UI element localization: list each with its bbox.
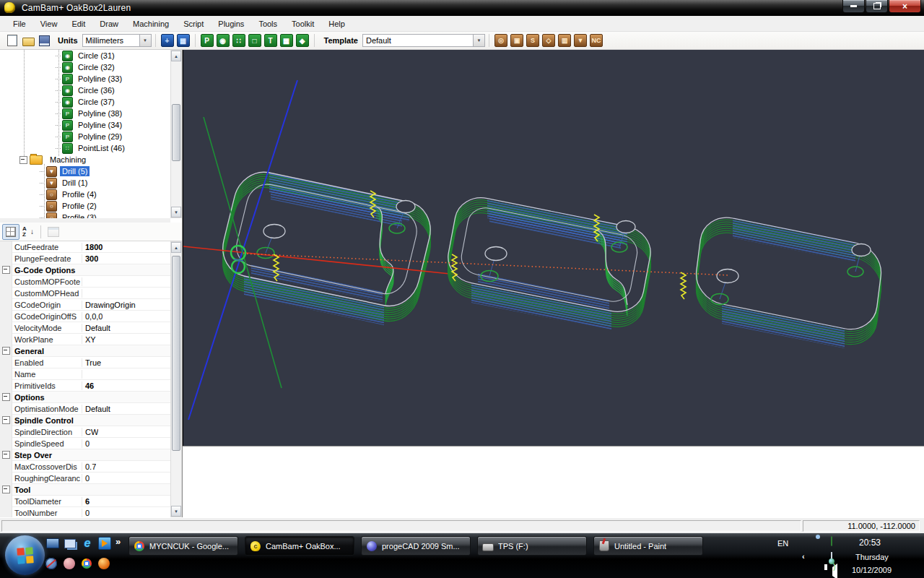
- open-file-icon[interactable]: [22, 34, 35, 47]
- collapse-expander-icon[interactable]: [2, 347, 10, 355]
- property-row[interactable]: SpindleSpeed0: [0, 438, 170, 449]
- alphabetical-sort-button[interactable]: ↓: [19, 224, 37, 240]
- draw-region-icon[interactable]: ◈: [296, 34, 309, 47]
- property-row[interactable]: WorkPlaneXY: [0, 334, 170, 345]
- tree-item-drill-5[interactable]: ▼Drill (5): [0, 165, 170, 177]
- mop-pocket-icon[interactable]: ▣: [510, 34, 523, 47]
- taskbar-button-tps-drive[interactable]: TPS (F:): [477, 536, 587, 556]
- property-category-tool[interactable]: Tool: [0, 484, 170, 496]
- menu-item-file[interactable]: File: [6, 17, 33, 30]
- viewport-3d[interactable]: [183, 50, 924, 446]
- tree-item-circle-32[interactable]: ◉Circle (32): [0, 61, 170, 73]
- property-category-gcode-options[interactable]: G-Code Options: [0, 264, 170, 276]
- clock-utility-icon[interactable]: [63, 557, 76, 570]
- tree-item-drill-1[interactable]: ▼Drill (1): [0, 177, 170, 189]
- menu-item-machining[interactable]: Machining: [126, 17, 176, 30]
- mop-3d-profile-icon[interactable]: ▼: [574, 34, 587, 47]
- property-row[interactable]: PlungeFeedrate300: [0, 253, 170, 264]
- restore-button[interactable]: [866, 0, 888, 13]
- media-player-icon[interactable]: [98, 537, 111, 550]
- close-button[interactable]: ×: [889, 0, 921, 13]
- tree-item-polyline-34[interactable]: PPolyline (34): [0, 119, 170, 131]
- property-category-options[interactable]: Options: [0, 392, 170, 403]
- menu-item-script[interactable]: Script: [176, 17, 211, 30]
- tree-item-polyline-38[interactable]: PPolyline (38): [0, 108, 170, 119]
- save-file-icon[interactable]: [38, 34, 51, 47]
- draw-points-icon[interactable]: ∷: [232, 34, 245, 47]
- draw-text-icon[interactable]: T: [264, 34, 277, 47]
- draw-polyline-icon[interactable]: P: [201, 34, 214, 47]
- tree-scrollbar[interactable]: ▲ ▼: [170, 50, 182, 218]
- new-file-icon[interactable]: [6, 34, 19, 47]
- property-row[interactable]: CustomMOPHead: [0, 288, 170, 299]
- taskbar-button-paint[interactable]: Untitled - Paint: [593, 536, 703, 556]
- start-button[interactable]: [5, 535, 45, 575]
- mop-engrave-icon[interactable]: ◇: [542, 34, 555, 47]
- minimize-button[interactable]: [842, 0, 865, 13]
- tree-scrollbar-thumb[interactable]: [172, 104, 180, 161]
- language-indicator[interactable]: EN: [777, 539, 788, 548]
- property-category-step-over[interactable]: Step Over: [0, 449, 170, 461]
- property-grid-scrollbar[interactable]: ▲ ▼: [170, 241, 182, 517]
- show-desktop-icon[interactable]: [46, 537, 59, 550]
- volume-tray-icon[interactable]: [832, 567, 837, 576]
- property-row[interactable]: Name: [0, 368, 170, 380]
- mop-profile-icon[interactable]: S: [526, 34, 539, 47]
- menu-item-view[interactable]: View: [33, 17, 65, 30]
- draw-rectangle-icon[interactable]: □: [248, 34, 261, 47]
- collapse-expander-icon[interactable]: [2, 451, 10, 459]
- taskbar-button-progecad[interactable]: progeCAD 2009 Sm...: [361, 536, 471, 556]
- clock-time[interactable]: 20:53: [859, 538, 881, 548]
- property-row[interactable]: ToolNumber0: [0, 507, 170, 517]
- tree-item-polyline-29[interactable]: PPolyline (29): [0, 131, 170, 142]
- toggle-axes-icon[interactable]: +: [161, 34, 174, 47]
- tree-item-circle-37[interactable]: ◉Circle (37): [0, 96, 170, 108]
- property-category-spindle-control[interactable]: Spindle Control: [0, 415, 170, 426]
- tree-item-pointlist-46[interactable]: ∷PointList (46): [0, 142, 170, 154]
- property-row[interactable]: CutFeedrate1800: [0, 241, 170, 253]
- combo-arrow-icon[interactable]: ▼: [139, 35, 151, 46]
- menu-item-tools[interactable]: Tools: [251, 17, 284, 30]
- property-row[interactable]: EnabledTrue: [0, 357, 170, 368]
- menu-item-toolkit[interactable]: Toolkit: [284, 17, 321, 30]
- firefox-icon[interactable]: [97, 557, 110, 570]
- menu-item-edit[interactable]: Edit: [64, 17, 92, 30]
- collapse-expander-icon[interactable]: [2, 416, 10, 424]
- tree-item-profile-4[interactable]: ○Profile (4): [0, 189, 170, 200]
- draw-surface-icon[interactable]: ▦: [280, 34, 293, 47]
- property-row[interactable]: SpindleDirectionCW: [0, 426, 170, 438]
- units-combobox[interactable]: Millimeters ▼: [82, 34, 152, 47]
- combo-arrow-icon[interactable]: ▼: [473, 35, 484, 46]
- collapse-expander-icon[interactable]: [2, 486, 10, 493]
- taskbar-button-cambam[interactable]: c CamBam+ OakBox...: [245, 536, 354, 556]
- tray-expand-chevron[interactable]: ‹: [802, 552, 805, 561]
- tree-item-circle-31[interactable]: ◉Circle (31): [0, 50, 170, 61]
- tree-item-circle-36[interactable]: ◉Circle (36): [0, 85, 170, 96]
- tree-item-polyline-33[interactable]: PPolyline (33): [0, 73, 170, 85]
- taskbar-button-mycncuk[interactable]: MYCNCUK - Google...: [128, 536, 238, 556]
- property-row[interactable]: GCodeOriginDrawingOrigin: [0, 299, 170, 311]
- property-grid-scrollbar-thumb[interactable]: [172, 256, 180, 451]
- menu-item-plugins[interactable]: Plugins: [211, 17, 251, 30]
- property-row[interactable]: PrimitiveIds46: [0, 380, 170, 392]
- internet-explorer-icon[interactable]: e: [81, 537, 94, 550]
- menu-item-help[interactable]: Help: [321, 17, 352, 30]
- clock-date[interactable]: 10/12/2009: [852, 566, 892, 574]
- template-combobox[interactable]: Default ▼: [362, 34, 485, 47]
- property-row[interactable]: OptimisationModeDefault: [0, 403, 170, 415]
- collapse-expander-icon[interactable]: [19, 156, 27, 164]
- mop-drill-icon[interactable]: ◎: [494, 34, 507, 47]
- quick-launch-overflow-chevron[interactable]: »: [116, 536, 121, 547]
- menu-item-draw[interactable]: Draw: [92, 17, 126, 30]
- collapse-expander-icon[interactable]: [2, 266, 10, 274]
- property-row[interactable]: VelocityModeDefault: [0, 322, 170, 334]
- property-category-general[interactable]: General: [0, 345, 170, 357]
- tree-item-profile-3[interactable]: ○Profile (3): [0, 212, 170, 218]
- clock-day[interactable]: Thursday: [855, 553, 889, 561]
- property-row[interactable]: CustomMOPFoote: [0, 276, 170, 288]
- property-row[interactable]: GCodeOriginOffS0,0,0: [0, 311, 170, 322]
- categorized-view-button[interactable]: [2, 224, 19, 240]
- power-plug-tray-icon[interactable]: [831, 537, 832, 545]
- tree-item-profile-2[interactable]: ○Profile (2): [0, 200, 170, 212]
- mop-lathe-icon[interactable]: ▥: [558, 34, 571, 47]
